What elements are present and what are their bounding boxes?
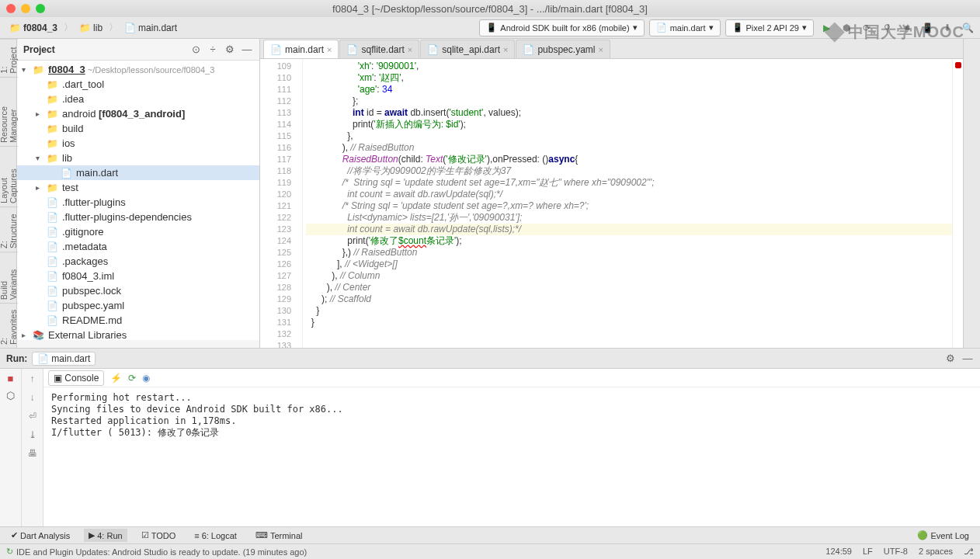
stop-button[interactable]: ■ (899, 20, 915, 36)
git-branch-icon[interactable]: ⎇ (964, 547, 974, 557)
tree-item[interactable]: 📄.flutter-plugins-dependencies (17, 210, 259, 224)
sidebar-collapse-icon[interactable]: ÷ (207, 43, 219, 56)
up-icon[interactable]: ↑ (30, 373, 35, 384)
down-icon[interactable]: ↓ (30, 392, 35, 403)
line-number-gutter: 1091101111121131141151161171181191201211… (260, 59, 303, 348)
update-indicator-icon[interactable]: ↻ (6, 547, 13, 557)
device-selector[interactable]: 📱 Android SDK built for x86 (mobile) ▾ (479, 19, 644, 36)
project-tree[interactable]: ▾📁f0804_3~/Desktop/lesson/source/f0804_3… (17, 61, 259, 340)
rail-build-variants[interactable]: Build Variants (0, 252, 18, 303)
run-settings-icon[interactable]: ⚙ (944, 352, 957, 365)
breadcrumb-project[interactable]: 📁 f0804_3 (5, 21, 62, 35)
tree-item[interactable]: 📄.packages (17, 254, 259, 269)
run-config-label[interactable]: 📄 main.dart (32, 352, 96, 366)
event-log-button[interactable]: 🟢 Event Log (912, 529, 974, 542)
indent-info[interactable]: 2 spaces (919, 547, 953, 557)
close-tab-icon[interactable]: × (598, 45, 603, 54)
tree-item[interactable]: 📄.flutter-plugins (17, 195, 259, 210)
sidebar-hide-icon[interactable]: — (241, 43, 253, 56)
title-bar: f0804_3 [~/Desktop/lesson/source/f0804_3… (0, 0, 980, 17)
tree-item[interactable]: ▸📁test (17, 180, 259, 195)
bottom-tool-bar: ✔ Dart Analysis ▶ 4: Run ☑ TODO ≡ 6: Log… (0, 526, 980, 543)
run-config-selector[interactable]: 📄 main.dart ▾ (649, 19, 721, 36)
hot-reload-icon[interactable]: ⚡ (110, 373, 122, 384)
tree-item[interactable]: 📄main.dart (17, 165, 259, 180)
editor-tab[interactable]: 📄sqflite.dart× (339, 40, 419, 58)
tree-item[interactable]: 📁.idea (17, 92, 259, 106)
sdk-manager-button[interactable]: ⬇ (940, 20, 955, 36)
avd-selector[interactable]: 📱 Pixel 2 API 29 ▾ (725, 19, 815, 36)
rail-favorites[interactable]: 2: Favorites (0, 303, 18, 348)
tree-item[interactable]: ▾📁lib (17, 151, 259, 165)
console-action-rail: ↑ ↓ ⏎ ⤓ 🖶 (22, 369, 43, 526)
editor-tab[interactable]: 📄sqlite_api.dart× (420, 40, 515, 58)
window-title: f0804_3 [~/Desktop/lesson/source/f0804_3… (0, 3, 980, 15)
status-message: IDE and Plugin Updates: Android Studio i… (16, 547, 307, 557)
error-stripe[interactable] (952, 59, 963, 348)
run-hide-icon[interactable]: — (961, 352, 974, 365)
rail-project[interactable]: 1: Project (0, 39, 18, 77)
rail-layout-captures[interactable]: Layout Captures (0, 146, 18, 207)
breadcrumb-folder[interactable]: 📁 lib (75, 21, 107, 35)
tree-item[interactable]: 📄.gitignore (17, 224, 259, 239)
line-ending[interactable]: LF (863, 547, 873, 557)
tree-item[interactable]: 📁build (17, 121, 259, 136)
sidebar-select-opened-icon[interactable]: ⊙ (189, 43, 202, 56)
breadcrumb: 📁 f0804_3 〉 📁 lib 〉 📄 main.dart (5, 21, 182, 35)
run-panel: Run: 📄 main.dart ⚙ — ■ ⬡ ↑ ↓ ⏎ ⤓ 🖶 ▣ Con… (0, 348, 980, 526)
tree-root[interactable]: ▾📁f0804_3~/Desktop/lesson/source/f0804_3 (17, 62, 259, 77)
hot-reload-button[interactable]: ⟳ (859, 20, 874, 36)
editor-tabs: 📄main.dart×📄sqflite.dart×📄sqlite_api.dar… (260, 39, 963, 59)
intention-bulb-icon[interactable]: 💡 (303, 224, 304, 235)
run-action-rail: ■ ⬡ (0, 369, 22, 526)
project-sidebar: Project ⊙ ÷ ⚙ — ▾📁f0804_3~/Desktop/lesso… (17, 39, 260, 348)
error-marker[interactable] (955, 62, 961, 68)
rail-structure[interactable]: Z: Structure (0, 207, 18, 252)
bottom-tab-terminal[interactable]: ⌨ Terminal (251, 529, 308, 542)
right-tool-rail (963, 39, 980, 348)
rerun-icon[interactable]: ■ (5, 372, 17, 384)
sidebar-settings-icon[interactable]: ⚙ (224, 43, 236, 56)
rail-resource-manager[interactable]: Resource Manager (0, 77, 18, 146)
tree-external-libraries[interactable]: ▸📚External Libraries (17, 328, 259, 340)
search-button[interactable]: 🔍 (960, 20, 975, 36)
bottom-tab-run[interactable]: ▶ 4: Run (84, 529, 127, 542)
status-bar: ↻ IDE and Plugin Updates: Android Studio… (0, 543, 980, 559)
tree-item[interactable]: 📄pubspec.yaml (17, 298, 259, 313)
editor-tab[interactable]: 📄main.dart× (263, 40, 339, 58)
close-tab-icon[interactable]: × (327, 45, 332, 54)
tree-item[interactable]: 📄README.md (17, 313, 259, 328)
print-icon[interactable]: 🖶 (28, 448, 37, 459)
close-tab-icon[interactable]: × (408, 45, 412, 54)
run-button[interactable]: ▶ (818, 20, 834, 36)
attach-debugger-icon[interactable]: ⬡ (5, 389, 17, 401)
open-devtools-icon[interactable]: ◉ (142, 373, 150, 384)
scroll-end-icon[interactable]: ⤓ (29, 429, 36, 440)
bottom-tab-dart-analysis[interactable]: ✔ Dart Analysis (6, 529, 75, 542)
editor-tab[interactable]: 📄pubspec.yaml× (516, 40, 610, 58)
bottom-tab-todo[interactable]: ☑ TODO (137, 529, 181, 542)
console-tab[interactable]: ▣ Console (48, 370, 104, 386)
sidebar-hscroll[interactable] (17, 340, 259, 348)
tree-item[interactable]: 📄pubspec.lock (17, 283, 259, 298)
bottom-tab-logcat[interactable]: ≡ 6: Logcat (189, 529, 242, 542)
console-output[interactable]: Performing hot restart... Syncing files … (43, 387, 980, 526)
close-tab-icon[interactable]: × (503, 45, 508, 54)
sidebar-title: Project (23, 44, 185, 55)
soft-wrap-icon[interactable]: ⏎ (29, 411, 36, 422)
code-editor[interactable]: 'xh': '9090001', 'xm': '赵四', 'age': 34 }… (303, 59, 952, 348)
breadcrumb-file[interactable]: 📄 main.dart (120, 21, 182, 35)
tree-item[interactable]: 📁.dart_tool (17, 77, 259, 92)
avd-manager-button[interactable]: 📱 (919, 20, 935, 36)
debug-button[interactable]: ⬢ (839, 20, 854, 36)
tree-item[interactable]: 📁ios (17, 136, 259, 151)
toolbar: 📁 f0804_3 〉 📁 lib 〉 📄 main.dart 📱 Androi… (0, 17, 980, 39)
hot-restart-icon[interactable]: ⟳ (128, 373, 136, 384)
attach-button[interactable]: ⚲ (879, 20, 895, 36)
tree-item[interactable]: ▸📁android [f0804_3_android] (17, 106, 259, 121)
cursor-position[interactable]: 124:59 (825, 547, 852, 557)
file-encoding[interactable]: UTF-8 (884, 547, 908, 557)
tree-item[interactable]: 📄f0804_3.iml (17, 269, 259, 283)
tree-item[interactable]: 📄.metadata (17, 239, 259, 254)
run-panel-title: Run: (6, 353, 27, 364)
